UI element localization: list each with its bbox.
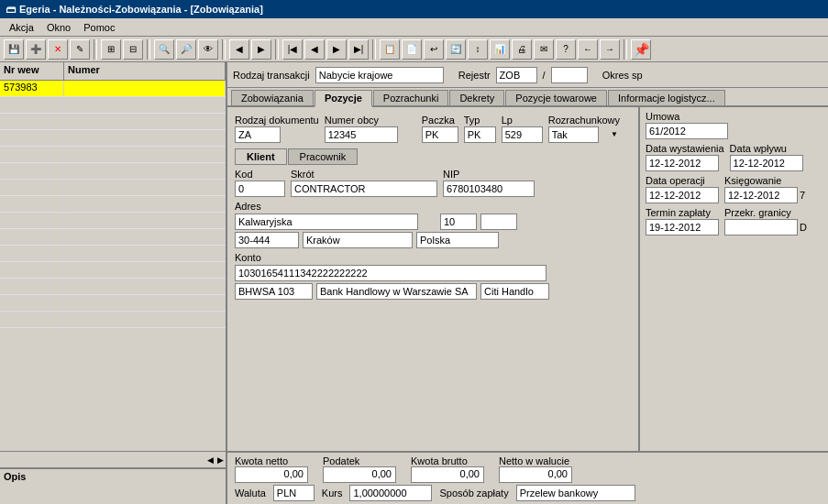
umowa-input[interactable] [646,123,728,139]
menu-akcja[interactable]: Akcja [4,21,39,34]
typ-input[interactable] [464,126,496,143]
tb-search-btn[interactable]: 🔍 [154,39,174,60]
data-wplywu-input[interactable] [730,155,803,171]
tb-copy-btn[interactable]: 📋 [380,39,400,60]
scroll-right-btn[interactable]: ▶ [217,455,224,465]
tb-refresh-btn[interactable]: 🔄 [446,39,466,60]
tb-print-btn[interactable]: 🖨 [512,39,532,60]
tb-search2-btn[interactable]: 🔎 [176,39,196,60]
tb-back-btn[interactable]: ← [578,39,598,60]
kwota-netto-value: 0,00 [235,466,308,483]
tb-first-btn[interactable]: |◀ [282,39,303,60]
tb-next-btn[interactable]: ▶ [326,39,347,60]
tab-dekrety[interactable]: Dekrety [449,90,504,105]
bank-code-input[interactable] [235,283,313,300]
kod-pocztowy-input[interactable] [235,232,299,248]
kraj-input[interactable] [416,232,499,248]
rejestr-input[interactable] [496,67,537,83]
tb-forward-btn[interactable]: → [600,39,620,60]
table-row[interactable] [0,130,226,147]
tb-pin-btn[interactable]: 📌 [631,39,651,60]
table-row[interactable] [0,97,226,114]
sposob-zaplaty-input[interactable] [516,485,635,501]
table-row[interactable] [0,180,226,196]
table-row[interactable] [0,295,226,312]
tb-paste-btn[interactable]: 📄 [402,39,422,60]
rodzaj-transakcji-label: Rodzaj transakcji [233,70,310,81]
table-row[interactable] [0,213,226,229]
nr-domu-input[interactable] [440,214,477,230]
waluta-input[interactable] [273,485,315,501]
table-row[interactable] [0,312,226,328]
scroll-left-btn[interactable]: ◀ [207,455,214,465]
kod-input[interactable] [235,181,285,197]
opis-label: Opis [4,471,222,482]
paczka-input[interactable] [422,126,458,143]
subtab-klient[interactable]: Klient [235,148,287,165]
tb-binoculars-btn[interactable]: 👁 [198,39,218,60]
tb-delete-btn[interactable]: ✕ [48,39,68,60]
rodzaj-dokumentu-input[interactable] [235,126,281,143]
tb-new-btn[interactable]: ➕ [26,39,46,60]
tb-mail-btn[interactable]: ✉ [534,39,554,60]
data-wplywu-label: Data wpływu [730,143,803,154]
tb-btn6[interactable]: ⊟ [123,39,143,60]
termin-zaplaty-input[interactable] [646,219,719,236]
tb-btn5[interactable]: ⊞ [101,39,121,60]
rozrachunkowy-label: Rozrachunkowy [548,115,620,126]
tb-edit-btn[interactable]: ✎ [70,39,90,60]
tb-chart-btn[interactable]: 📊 [490,39,510,60]
data-operacji-input[interactable] [646,187,719,203]
bank-desc-input[interactable] [480,283,549,300]
tb-undo-btn[interactable]: ↩ [424,39,444,60]
tb-save-btn[interactable]: 💾 [4,39,24,60]
przekr-granicy-input[interactable] [724,219,798,236]
bank-name-input[interactable] [316,283,477,300]
konto-input[interactable] [235,265,546,281]
tb-sort-btn[interactable]: ↕ [468,39,488,60]
table-header: Nr wew Numer [0,62,226,81]
tb-help-btn[interactable]: ? [556,39,576,60]
tab-pozycje[interactable]: Pozycje [315,90,372,107]
bottom-totals: Kwota netto 0,00 Podatek 0,00 Kwota brut… [227,451,828,504]
tb-last-btn[interactable]: ▶| [348,39,369,60]
table-body[interactable]: 573983 [0,81,226,451]
tb-arrow-left[interactable]: ◀ [229,39,249,60]
menu-okno[interactable]: Okno [41,21,76,34]
tab-zobowiazania[interactable]: Zobowiązania [231,90,314,105]
table-row[interactable] [0,262,226,279]
tab-informacje[interactable]: Informacje logistycz... [608,90,725,105]
tab-pozrachunki[interactable]: Pozrachunki [373,90,449,105]
table-row[interactable] [0,114,226,130]
nr-lokalu-input[interactable] [480,214,517,230]
skrot-group: Skrót [291,169,437,197]
lp-input[interactable] [502,126,543,143]
rozrachunkowy-input[interactable] [548,126,599,143]
termin-zaplaty-label: Termin zapłaty [646,207,719,218]
numer-obcy-input[interactable] [325,126,398,143]
subtab-pracownik[interactable]: Pracownik [288,148,359,165]
tb-arrow-right[interactable]: ▶ [251,39,271,60]
miejscowosc-input[interactable] [303,232,413,248]
ulica-input[interactable] [235,214,418,230]
table-row[interactable] [0,229,226,246]
kurs-input[interactable] [349,485,432,501]
slash: / [543,70,546,81]
ksiegowanie-input[interactable] [724,187,798,203]
tb-prev-btn[interactable]: ◀ [304,39,325,60]
skrot-input[interactable] [291,181,437,197]
rodzaj-transakcji-input[interactable] [315,67,444,83]
table-row[interactable] [0,196,226,213]
menu-pomoc[interactable]: Pomoc [78,21,120,34]
table-row[interactable] [0,147,226,163]
nip-input[interactable] [443,181,535,197]
table-row[interactable] [0,246,226,262]
table-row[interactable]: 573983 [0,81,226,97]
scrollbar-controls[interactable]: ◀ ▶ [0,451,226,467]
table-row[interactable] [0,163,226,180]
rejestr-num-input[interactable] [551,67,588,83]
tab-pozycje-towarowe[interactable]: Pozycje towarowe [505,90,607,105]
table-row[interactable] [0,279,226,295]
data-wystawienia-input[interactable] [646,155,719,171]
rozrachunkowy-dropdown[interactable] [548,126,620,143]
